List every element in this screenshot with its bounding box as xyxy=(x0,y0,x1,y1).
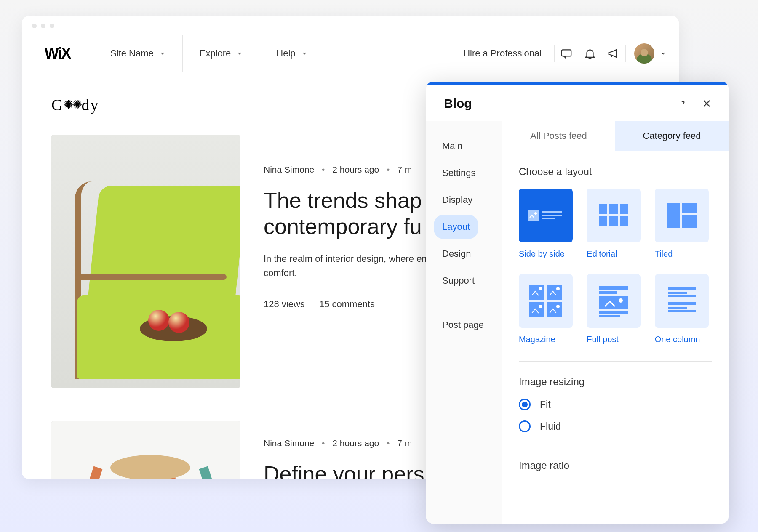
svg-point-2 xyxy=(683,105,683,106)
sidebar-item-support[interactable]: Support xyxy=(434,269,483,293)
layout-option-one-column[interactable]: One column xyxy=(655,274,712,344)
blog-settings-panel: Blog Main Settings Display Layout Design… xyxy=(426,82,729,524)
layout-thumbnail xyxy=(655,189,709,242)
panel-main: All Posts feed Category feed Choose a la… xyxy=(502,121,729,524)
radio-indicator xyxy=(519,420,531,432)
layout-thumbnail xyxy=(519,189,573,242)
chat-button[interactable] xyxy=(555,47,578,60)
dot-separator: • xyxy=(387,165,390,174)
panel-accent-bar xyxy=(426,82,729,85)
sidebar-item-layout[interactable]: Layout xyxy=(434,215,478,239)
tab-category-feed[interactable]: Category feed xyxy=(615,121,729,151)
svg-rect-38 xyxy=(668,310,696,312)
panel-close-button[interactable] xyxy=(702,98,712,109)
wix-logo[interactable]: WiX xyxy=(22,35,93,72)
bell-icon xyxy=(584,47,596,60)
svg-rect-0 xyxy=(562,50,571,56)
layout-option-magazine[interactable]: Magazine xyxy=(519,274,576,344)
svg-rect-19 xyxy=(529,285,544,300)
svg-rect-11 xyxy=(609,204,618,214)
radio-fluid[interactable]: Fluid xyxy=(519,420,712,432)
svg-rect-29 xyxy=(599,296,628,309)
layout-label: Full post xyxy=(587,335,643,344)
divider xyxy=(434,304,494,304)
avatar xyxy=(634,43,654,64)
account-menu[interactable] xyxy=(626,43,679,64)
notifications-button[interactable] xyxy=(578,47,602,60)
svg-rect-15 xyxy=(620,216,628,226)
dot-separator: • xyxy=(322,438,325,448)
sidebar-item-design[interactable]: Design xyxy=(434,242,479,266)
svg-rect-20 xyxy=(547,285,562,300)
svg-point-24 xyxy=(556,287,560,290)
editorial-icon xyxy=(599,204,628,227)
brand-decoration: ✺✺ xyxy=(64,98,81,112)
window-dot xyxy=(50,24,54,28)
dot-separator: • xyxy=(322,165,325,174)
post-read-time: 7 m xyxy=(397,438,412,448)
radio-label: Fluid xyxy=(540,421,561,432)
full-post-icon xyxy=(597,285,630,317)
panel-help-button[interactable] xyxy=(678,98,688,109)
wix-logo-text: WiX xyxy=(45,45,71,62)
post-read-time: 7 m xyxy=(397,165,412,174)
svg-point-26 xyxy=(556,305,560,308)
announcements-button[interactable] xyxy=(602,47,625,60)
svg-point-25 xyxy=(539,305,542,308)
svg-rect-12 xyxy=(620,204,628,214)
help-dropdown[interactable]: Help xyxy=(259,35,324,72)
svg-rect-5 xyxy=(528,210,539,221)
sidebar-item-settings[interactable]: Settings xyxy=(434,161,484,185)
hire-label: Hire a Professional xyxy=(463,48,542,59)
svg-rect-18 xyxy=(682,215,697,228)
sidebar-item-main[interactable]: Main xyxy=(434,134,471,158)
image-resizing-group: Fit Fluid xyxy=(519,399,712,432)
svg-rect-36 xyxy=(668,302,696,305)
layout-thumbnail xyxy=(587,189,641,242)
layout-label: Side by side xyxy=(519,249,576,259)
svg-rect-32 xyxy=(599,315,620,317)
radio-fit[interactable]: Fit xyxy=(519,399,712,410)
radio-indicator xyxy=(519,399,531,410)
post-image xyxy=(51,421,240,479)
post-views: 128 views xyxy=(264,299,305,309)
chevron-down-icon xyxy=(237,51,243,56)
svg-rect-16 xyxy=(667,203,680,228)
layout-label: Tiled xyxy=(655,249,712,259)
sidebar-item-post-page[interactable]: Post page xyxy=(434,313,492,337)
layout-thumbnail xyxy=(519,274,573,328)
window-dot xyxy=(41,24,45,28)
sidebar-item-display[interactable]: Display xyxy=(434,188,481,212)
post-comments: 15 comments xyxy=(319,299,375,309)
chevron-down-icon xyxy=(302,51,307,56)
window-dot xyxy=(32,24,37,28)
svg-rect-34 xyxy=(668,292,687,294)
svg-rect-33 xyxy=(668,287,696,290)
post-age: 2 hours ago xyxy=(332,165,379,174)
layout-option-side-by-side[interactable]: Side by side xyxy=(519,189,576,259)
side-by-side-icon xyxy=(528,208,563,223)
divider xyxy=(519,361,712,362)
radio-label: Fit xyxy=(540,399,551,410)
hire-professional-link[interactable]: Hire a Professional xyxy=(451,48,554,59)
image-resizing-label: Image resizing xyxy=(519,376,712,388)
layout-option-tiled[interactable]: Tiled xyxy=(655,189,712,259)
panel-header: Blog xyxy=(426,85,729,121)
tab-all-posts-feed[interactable]: All Posts feed xyxy=(502,121,615,151)
svg-point-6 xyxy=(534,212,537,215)
one-column-icon xyxy=(665,285,698,317)
svg-rect-21 xyxy=(529,302,544,317)
layout-option-editorial[interactable]: Editorial xyxy=(587,189,643,259)
magazine-icon xyxy=(529,285,562,317)
layout-grid: Side by side xyxy=(519,189,712,344)
post-age: 2 hours ago xyxy=(332,438,379,448)
site-brand[interactable]: G✺✺dy xyxy=(51,96,99,114)
explore-dropdown[interactable]: Explore xyxy=(183,35,260,72)
site-name-dropdown[interactable]: Site Name xyxy=(93,35,183,72)
layout-section-label: Choose a layout xyxy=(519,166,712,178)
svg-rect-28 xyxy=(599,291,617,294)
panel-content: Choose a layout xyxy=(502,151,729,491)
layout-option-full-post[interactable]: Full post xyxy=(587,274,643,344)
feed-tabs: All Posts feed Category feed xyxy=(502,121,729,151)
layout-thumbnail xyxy=(655,274,709,328)
